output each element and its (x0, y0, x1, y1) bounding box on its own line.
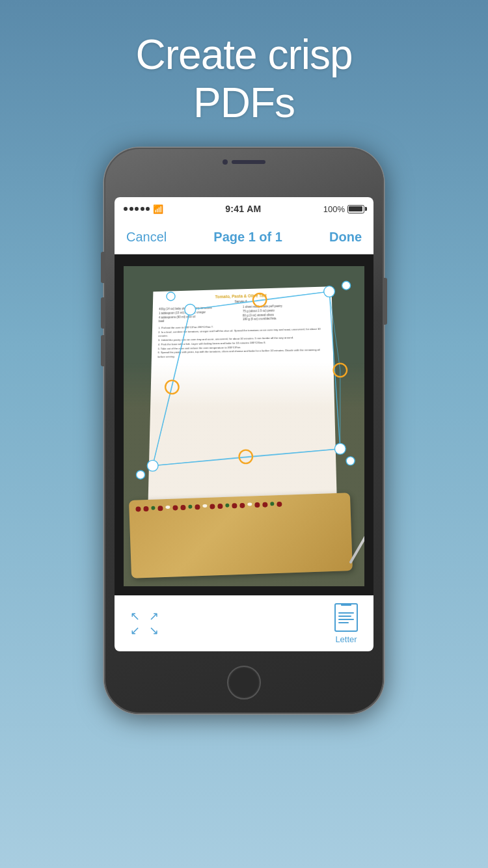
page-title: Page 1 of 1 (213, 230, 282, 245)
topping-12 (217, 504, 223, 509)
topping-1 (135, 507, 141, 512)
camera-view: Tomato, Pasta & Olive Tart Serves 4 400g… (124, 266, 364, 586)
topping-15 (239, 503, 245, 508)
bottom-toolbar: ↖ ↗ ↙ ↘ Letter (115, 595, 373, 651)
wifi-icon: 📶 (153, 204, 163, 214)
expand-top-row: ↖ ↗ (130, 610, 159, 622)
tart-toppings (133, 496, 349, 574)
camera-dot (223, 159, 228, 165)
topping-10 (202, 504, 207, 508)
signal-dots (124, 207, 150, 211)
topping-11 (210, 504, 215, 509)
battery-icon (347, 205, 364, 213)
headline-line2: PDFs (193, 79, 295, 126)
phone-mockup: 📶 9:41 AM 100% Cancel Page 1 of 1 Done (104, 148, 384, 714)
topping-5 (165, 506, 170, 509)
expand-bottom-row: ↙ ↘ (130, 625, 159, 636)
recipe-steps: 1. Preheat the oven to 200°C/Fan 200°C/G… (157, 323, 327, 359)
line-1 (338, 612, 354, 614)
topping-19 (270, 502, 274, 506)
arrow-tr: ↗ (149, 610, 159, 622)
food-area (124, 362, 364, 586)
topping-3 (151, 506, 155, 510)
tart-image (129, 493, 353, 578)
arrow-tl: ↖ (130, 610, 140, 622)
signal-dot-2 (129, 207, 133, 211)
signal-dot-4 (141, 207, 144, 211)
svg-point-14 (342, 281, 351, 290)
speaker-bar (232, 160, 265, 164)
topping-18 (262, 502, 267, 508)
recipe-col-left: 400g (14 oz) baby plum or cherry tomatoe… (159, 306, 239, 324)
letter-size-button[interactable]: Letter (334, 603, 358, 644)
recipe-col-right: 1 sheet ready-made puff pastry 75 g (abo… (243, 303, 326, 322)
phone-top-notch (223, 159, 265, 165)
letter-icon-lines (336, 608, 357, 626)
battery-percent: 100% (323, 204, 345, 214)
battery-fill (349, 206, 362, 211)
topping-14 (232, 503, 237, 508)
topping-7 (180, 505, 185, 510)
arrow-br: ↘ (149, 625, 159, 636)
status-time: 9:41 AM (225, 204, 261, 214)
recipe-columns: 400g (14 oz) baby plum or cherry tomatoe… (159, 303, 326, 324)
signal-area: 📶 (124, 204, 163, 214)
done-button[interactable]: Done (329, 230, 362, 245)
topping-13 (225, 504, 229, 508)
topping-9 (195, 504, 200, 509)
line-3 (338, 619, 354, 620)
phone-screen: 📶 9:41 AM 100% Cancel Page 1 of 1 Done (115, 197, 373, 651)
battery-area: 100% (323, 204, 364, 214)
line-2 (338, 616, 351, 617)
letter-icon (334, 603, 358, 632)
headline: Create crisp PDFs (136, 31, 353, 127)
status-bar: 📶 9:41 AM 100% (115, 197, 373, 221)
topping-8 (188, 505, 192, 509)
line-4 (338, 622, 349, 623)
nav-bar: Cancel Page 1 of 1 Done (115, 221, 373, 254)
home-button[interactable] (227, 666, 261, 699)
signal-dot-3 (135, 207, 139, 211)
headline-line1: Create crisp (136, 31, 353, 78)
cancel-button[interactable]: Cancel (126, 230, 167, 245)
topping-17 (254, 502, 260, 508)
letter-label: Letter (335, 634, 357, 644)
topping-2 (143, 506, 148, 511)
expand-icon[interactable]: ↖ ↗ ↙ ↘ (130, 610, 159, 636)
signal-dot-1 (124, 207, 128, 211)
topping-6 (172, 506, 178, 511)
arrow-bl: ↙ (130, 625, 140, 636)
topping-16 (247, 503, 252, 506)
topping-4 (157, 506, 163, 511)
scan-area: Tomato, Pasta & Olive Tart Serves 4 400g… (115, 254, 373, 595)
topping-20 (277, 502, 282, 507)
signal-dot-5 (146, 207, 150, 211)
